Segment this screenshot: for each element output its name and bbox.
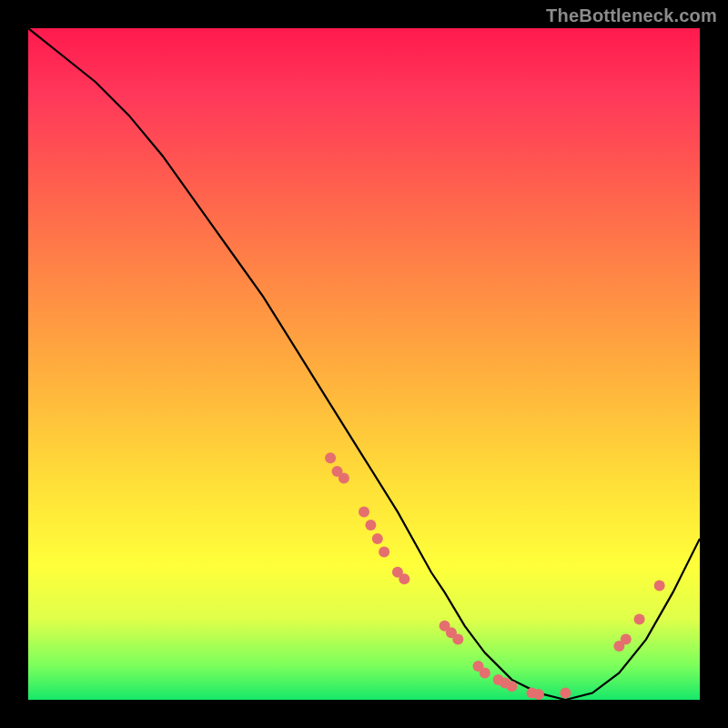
curve-marker xyxy=(325,452,336,463)
bottleneck-curve xyxy=(28,28,700,700)
curve-marker xyxy=(621,634,632,645)
curve-marker xyxy=(365,520,376,531)
curve-marker xyxy=(399,573,410,584)
curve-marker xyxy=(339,473,349,484)
watermark-text: TheBottleneck.com xyxy=(546,5,717,26)
curve-marker xyxy=(560,688,571,699)
curve-marker xyxy=(533,689,544,700)
curve-marker xyxy=(372,533,383,544)
curve-marker xyxy=(480,668,490,679)
curve-marker xyxy=(452,634,463,645)
curve-marker xyxy=(654,581,665,592)
chart-svg xyxy=(28,28,700,700)
curve-marker xyxy=(506,681,517,692)
curve-marker xyxy=(359,506,369,517)
plot-area xyxy=(28,28,700,700)
curve-marker xyxy=(634,613,645,624)
curve-marker xyxy=(379,547,389,558)
chart-frame: TheBottleneck.com xyxy=(0,0,728,728)
